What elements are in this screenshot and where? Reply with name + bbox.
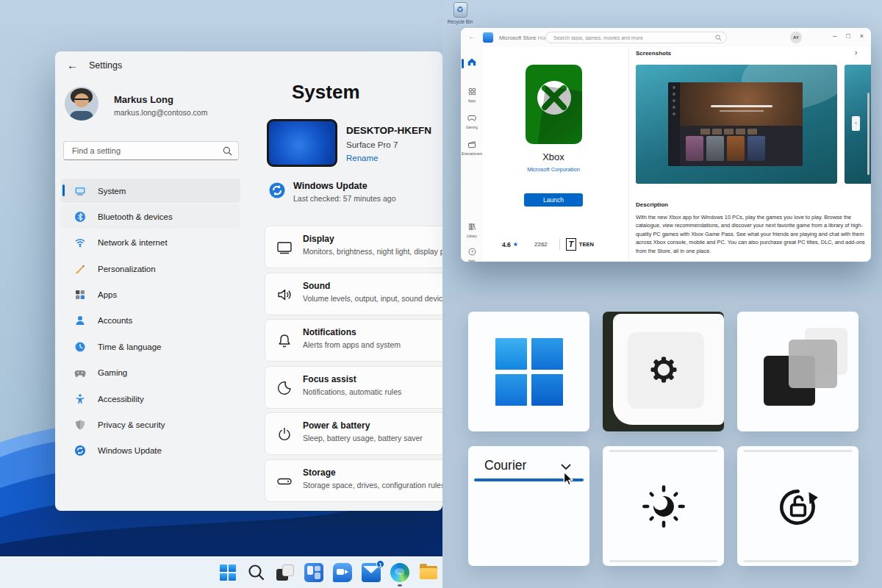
sidebar-item-bluetooth-devices[interactable]: Bluetooth & devices [61,204,240,229]
settings-search-input[interactable] [71,143,218,159]
task-view-icon[interactable] [276,563,295,582]
star-icon: ★ [513,241,518,248]
card-power-battery[interactable]: Power & battery Sleep, battery usage, ba… [265,412,442,455]
settings-back-icon[interactable]: ← [67,59,78,71]
update-icon [74,445,86,456]
sidebar-item-time-language[interactable]: Time & language [61,334,240,359]
sidebar-item-accessibility[interactable]: Accessibility [61,387,240,411]
taskbar-icons: 1 [218,563,438,582]
sidebar-item-network-internet[interactable]: Network & internet [61,231,240,255]
sidebar-item-system[interactable]: System [61,179,240,203]
sidebar-item-privacy-security[interactable]: Privacy & security [61,413,240,437]
tile-rotation-lock[interactable] [737,446,858,566]
selection-indicator [62,184,65,196]
accessibility-icon [74,393,86,405]
display-icon [276,239,293,257]
rail-item-gaming[interactable]: Gaming [461,112,483,129]
font-dropdown-value[interactable]: Courier [484,458,526,473]
chevron-right-icon[interactable]: › [855,49,857,57]
search-icon [715,35,722,41]
rail-item-home[interactable] [461,57,483,70]
taskbar: 1 [0,556,442,588]
card-display[interactable]: Display Monitors, brightness, night ligh… [265,226,442,268]
store-search-box[interactable] [545,32,727,43]
chevron-down-icon[interactable] [561,464,571,470]
sidebar-item-personalization[interactable]: Personalization [61,257,240,281]
description-heading: Description [636,201,668,208]
avatar-glasses [74,98,90,102]
moon-icon [276,379,293,397]
recycle-bin[interactable]: ♻ Recycle Bin [445,2,475,24]
store-search-input[interactable] [552,33,706,42]
xbox-app-tile [526,65,582,144]
screenshot-root: ← Settings Markus Long markus.long@conto… [0,0,882,588]
rail-item-apps[interactable]: Apps [461,85,483,103]
close-button[interactable]: × [860,32,864,40]
entertainment-icon [467,140,476,148]
launch-button[interactable]: Launch [524,193,583,207]
mail-notification-badge: 1 [376,560,384,568]
card-storage[interactable]: Storage Storage space, drives, configura… [265,459,442,502]
sidebar-item-apps[interactable]: Apps [61,283,240,307]
rating-value: 4.6 [502,241,511,248]
start-button-icon[interactable] [218,563,237,582]
maximize-button[interactable]: □ [846,32,850,40]
power-icon [276,426,293,443]
search-taskbar-icon[interactable] [247,563,266,582]
edge-browser-icon[interactable] [390,563,409,582]
tile-settings-gear[interactable] [603,312,724,431]
minimize-button[interactable]: – [833,32,836,40]
settings-search-box[interactable] [63,141,239,160]
rail-item-entertainment[interactable]: Entertainment [461,138,483,156]
card-sound[interactable]: Sound Volume levels, output, input, soun… [265,273,442,315]
windows-update-icon [269,182,285,198]
running-indicator [398,584,402,587]
user-avatar[interactable] [65,87,98,121]
gamepad-icon [74,367,86,379]
widgets-icon[interactable] [304,563,323,582]
device-model: Surface Pro 7 [346,140,398,149]
device-name: DESKTOP-HKEFN [346,125,431,136]
app-publisher-link[interactable]: Microsoft Corporation [492,166,615,173]
description-text: With the new Xbox app for Windows 10 PCs… [636,213,865,255]
sidebar-item-gaming[interactable]: Gaming [61,361,240,385]
store-nav-rail: Apps Gaming Entertainment Library ? Help [461,47,483,262]
layer-gray [789,340,837,388]
tile-theme-layers[interactable] [737,312,858,431]
sidebar-item-accounts[interactable]: Accounts [61,309,240,333]
settings-card-list: Display Monitors, brightness, night ligh… [265,226,442,506]
rename-link[interactable]: Rename [346,154,378,162]
card-notifications[interactable]: Notifications Alerts from apps and syste… [265,319,442,362]
profile-email: markus.long@contoso.com [114,108,207,117]
store-scrollbar-thumb[interactable] [867,93,870,175]
rating-count: 2262 [534,241,548,248]
brush-icon [74,263,86,275]
tile-brightness[interactable] [603,446,724,566]
file-explorer-icon[interactable] [419,563,438,582]
store-account-avatar[interactable]: AY [790,32,802,43]
windows-update-title[interactable]: Windows Update [293,181,368,191]
app-name: Xbox [492,151,615,162]
card-focus-assist[interactable]: Focus assist Notifications, automatic ru… [265,366,442,409]
screenshot-image[interactable] [636,65,837,184]
search-icon [223,146,232,156]
tile-windows-logo[interactable] [468,312,589,431]
chat-icon[interactable] [333,563,352,582]
store-window-title: Microsoft Store Home [499,35,553,41]
next-screenshot-button[interactable]: › [852,116,860,131]
mouse-cursor-icon [559,470,576,488]
tile-font-picker[interactable]: Courier [468,446,589,566]
store-titlebar: ← Microsoft Store Home AY – □ × [461,28,871,47]
settings-sidebar: System Bluetooth & devices Network & int… [61,179,240,465]
rail-item-help[interactable]: ? Help [461,245,483,262]
sidebar-item-windows-update[interactable]: Windows Update [61,439,240,463]
gear-icon [641,347,686,392]
clock-icon [74,341,86,353]
rail-item-library[interactable]: Library [461,220,483,238]
divider [559,239,560,250]
store-back-icon[interactable]: ← [468,32,476,40]
screenshot-app-window [668,82,803,165]
mail-icon[interactable]: 1 [362,563,381,582]
divider [628,47,629,262]
help-icon: ? [468,248,476,256]
